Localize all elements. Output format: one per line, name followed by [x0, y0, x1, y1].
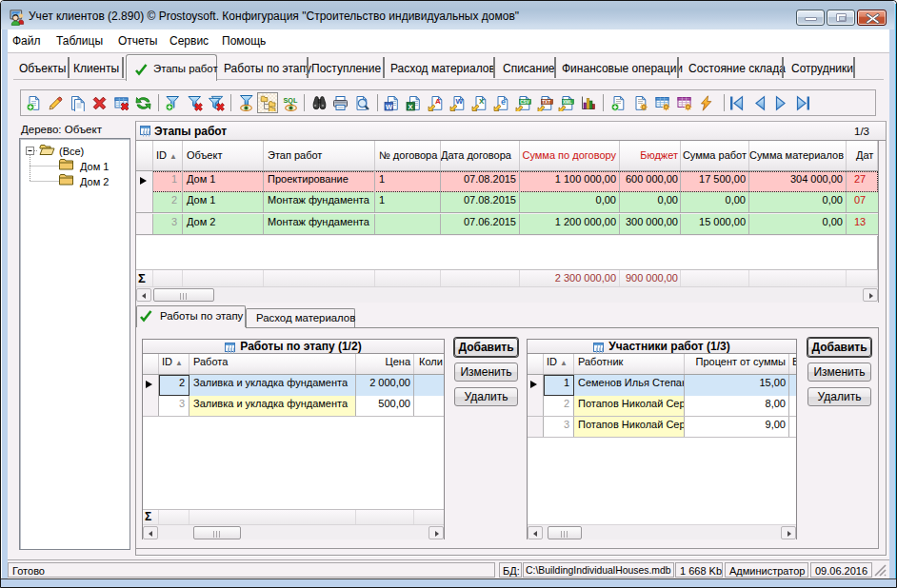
svg-text:CSV: CSV	[520, 100, 529, 105]
svg-text:A: A	[435, 97, 441, 106]
svg-text:SQL: SQL	[283, 96, 297, 105]
svg-text:X: X	[408, 103, 412, 111]
svg-text:XML: XML	[563, 100, 572, 105]
svg-text:e: e	[501, 97, 506, 107]
svg-text:W: W	[455, 97, 463, 106]
svg-text:W: W	[386, 103, 393, 111]
svg-text:TXT: TXT	[542, 100, 550, 105]
svg-text:X: X	[479, 97, 485, 106]
